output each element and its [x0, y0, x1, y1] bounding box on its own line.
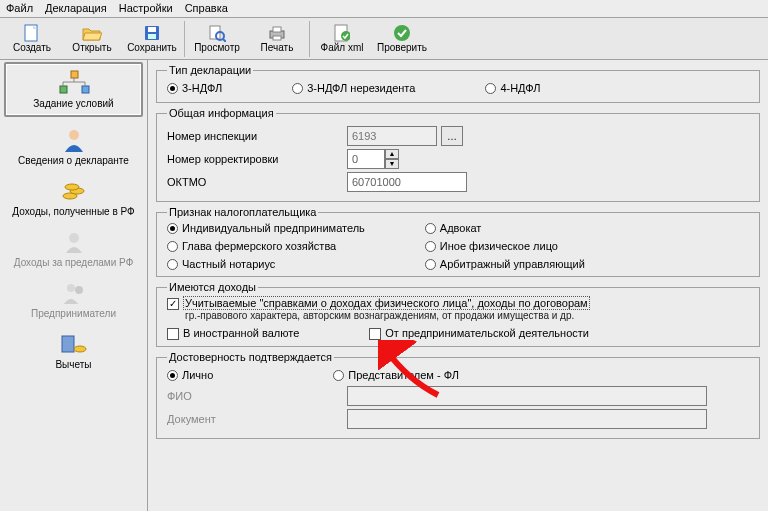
doc-label: Документ — [167, 413, 347, 425]
radio-advocate[interactable]: Адвокат — [425, 222, 585, 234]
toolbar-separator — [309, 21, 310, 57]
group-income: Имеются доходы Учитываемые "справками о … — [156, 281, 760, 347]
income-subtext: гр.-правового характера, авторским возна… — [185, 310, 749, 321]
inspection-label: Номер инспекции — [167, 130, 347, 142]
doc-input[interactable] — [347, 409, 707, 429]
radio-3ndfl-nonres[interactable]: 3-НДФЛ нерезидента — [292, 82, 415, 94]
create-label: Создать — [13, 42, 51, 53]
radio-representative[interactable]: Представителем - ФЛ — [333, 369, 459, 381]
group-legend: Имеются доходы — [167, 281, 258, 293]
svg-point-27 — [69, 233, 79, 243]
sidebar-item-declarant[interactable]: Сведения о декларанте — [0, 121, 147, 172]
folder-open-icon — [82, 24, 102, 42]
check-label: Проверить — [377, 42, 427, 53]
check-icon — [393, 24, 411, 42]
radio-notary[interactable]: Частный нотариус — [167, 258, 365, 270]
radio-other-person[interactable]: Иное физическое лицо — [425, 240, 585, 252]
preview-icon — [208, 24, 226, 42]
save-button[interactable]: Сохранить — [122, 19, 182, 59]
group-general: Общая информация Номер инспекции … Номер… — [156, 107, 760, 202]
group-confirm: Достоверность подтверждается Лично Предс… — [156, 351, 760, 439]
correction-input[interactable] — [347, 149, 385, 169]
svg-point-29 — [75, 286, 83, 294]
correction-label: Номер корректировки — [167, 153, 347, 165]
save-icon — [144, 24, 160, 42]
deductions-icon — [60, 331, 88, 357]
conditions-icon — [57, 70, 91, 96]
menu-settings[interactable]: Настройки — [119, 2, 173, 15]
filexml-label: Файл xml — [321, 42, 364, 53]
svg-point-23 — [69, 130, 79, 140]
menu-file[interactable]: Файл — [6, 2, 33, 15]
svg-point-15 — [394, 25, 410, 41]
group-legend: Тип декларации — [167, 64, 253, 76]
sidebar: Задание условий Сведения о декларанте До… — [0, 60, 148, 511]
sidebar-item-label: Предприниматели — [31, 308, 116, 319]
sidebar-item-income-rf[interactable]: Доходы, полученные в РФ — [0, 172, 147, 223]
check-foreign-currency[interactable]: В иностранной валюте — [167, 327, 299, 340]
svg-rect-17 — [60, 86, 67, 93]
entrepreneur-icon — [61, 280, 87, 306]
svg-point-26 — [65, 184, 79, 190]
svg-rect-18 — [82, 86, 89, 93]
toolbar: Создать Открыть Сохранить Просмотр Печат… — [0, 18, 768, 60]
menu-bar: Файл Декларация Настройки Справка — [0, 0, 768, 18]
radio-4ndfl[interactable]: 4-НДФЛ — [485, 82, 540, 94]
spin-up-button[interactable]: ▲ — [385, 149, 399, 159]
group-taxpayer: Признак налогоплательщика Индивидуальный… — [156, 206, 760, 277]
group-legend: Достоверность подтверждается — [167, 351, 334, 363]
svg-rect-16 — [71, 71, 78, 78]
toolbar-separator — [184, 21, 185, 57]
inspection-browse-button[interactable]: … — [441, 126, 463, 146]
radio-farmer[interactable]: Глава фермерского хозяйства — [167, 240, 365, 252]
person-icon — [61, 127, 87, 153]
group-legend: Признак налогоплательщика — [167, 206, 318, 218]
oktmo-input[interactable] — [347, 172, 467, 192]
sidebar-item-label: Сведения о декларанте — [18, 155, 129, 166]
create-button[interactable]: Создать — [2, 19, 62, 59]
xml-file-icon — [334, 24, 350, 42]
svg-rect-12 — [273, 36, 281, 40]
svg-point-31 — [74, 346, 86, 352]
fio-input[interactable] — [347, 386, 707, 406]
print-button[interactable]: Печать — [247, 19, 307, 59]
svg-rect-30 — [62, 336, 74, 352]
svg-rect-11 — [273, 27, 281, 32]
group-legend: Общая информация — [167, 107, 276, 119]
radio-ip[interactable]: Индивидуальный предприниматель — [167, 222, 365, 234]
oktmo-label: ОКТМО — [167, 176, 347, 188]
svg-rect-6 — [148, 34, 156, 39]
save-label: Сохранить — [127, 42, 177, 53]
fio-label: ФИО — [167, 390, 347, 402]
print-icon — [268, 24, 286, 42]
sidebar-item-label: Доходы, полученные в РФ — [12, 206, 134, 217]
content-pane: Тип декларации 3-НДФЛ 3-НДФЛ нерезидента… — [148, 60, 768, 511]
spin-down-button[interactable]: ▼ — [385, 159, 399, 169]
radio-arbitr[interactable]: Арбитражный управляющий — [425, 258, 585, 270]
radio-personally[interactable]: Лично — [167, 369, 213, 381]
inspection-input[interactable] — [347, 126, 437, 146]
sidebar-item-label: Задание условий — [33, 98, 113, 109]
foreign-income-icon — [62, 229, 86, 255]
preview-button[interactable]: Просмотр — [187, 19, 247, 59]
coins-icon — [61, 178, 87, 204]
filexml-button[interactable]: Файл xml — [312, 19, 372, 59]
menu-help[interactable]: Справка — [185, 2, 228, 15]
sidebar-item-income-foreign[interactable]: Доходы за пределами РФ — [0, 223, 147, 274]
menu-declaration[interactable]: Декларация — [45, 2, 107, 15]
open-label: Открыть — [72, 42, 111, 53]
sidebar-item-conditions[interactable]: Задание условий — [4, 62, 143, 117]
sidebar-item-entrepreneurs[interactable]: Предприниматели — [0, 274, 147, 325]
svg-marker-3 — [83, 33, 102, 40]
check-button[interactable]: Проверить — [372, 19, 432, 59]
check-entrepreneur-activity[interactable]: От предпринимательской деятельности — [369, 327, 589, 340]
sidebar-item-deductions[interactable]: Вычеты — [0, 325, 147, 376]
check-income-spravki[interactable]: Учитываемые "справками о доходах физичес… — [167, 297, 749, 310]
radio-3ndfl[interactable]: 3-НДФЛ — [167, 82, 222, 94]
svg-rect-5 — [148, 27, 156, 32]
preview-label: Просмотр — [194, 42, 240, 53]
sidebar-item-label: Вычеты — [55, 359, 91, 370]
open-button[interactable]: Открыть — [62, 19, 122, 59]
svg-point-28 — [67, 284, 75, 292]
file-new-icon — [24, 24, 40, 42]
